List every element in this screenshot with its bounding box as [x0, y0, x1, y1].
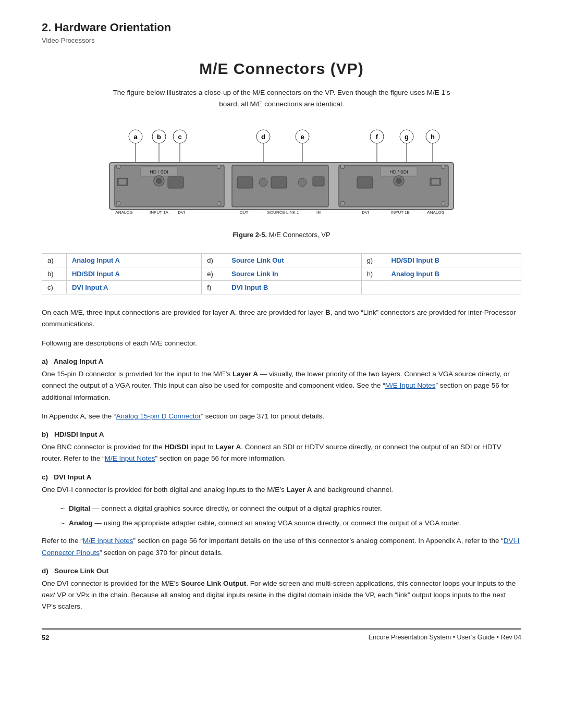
svg-text:DVI: DVI: [178, 210, 185, 215]
section-c-p2: Refer to the “M/E Input Notes” section o…: [42, 535, 521, 559]
svg-text:SOURCE LINK 1: SOURCE LINK 1: [267, 210, 299, 215]
svg-point-44: [298, 178, 307, 187]
footer-page-number: 52: [42, 634, 49, 641]
bullet-digital: Digital — connect a digital graphics sou…: [60, 503, 521, 514]
link-dvi-input-b[interactable]: DVI Input B: [231, 283, 268, 291]
svg-text:c: c: [178, 133, 181, 141]
svg-rect-56: [432, 179, 439, 184]
svg-text:OUT: OUT: [240, 210, 249, 215]
diagram-container: a b c d e f g: [42, 121, 521, 248]
section-a-header: a) Analog Input A: [42, 357, 521, 365]
svg-text:ANALOG: ANALOG: [115, 210, 132, 215]
svg-point-59: [441, 165, 445, 169]
page-main-title: M/E Connectors (VP): [42, 60, 521, 78]
body-paragraph-1: On each M/E, three input connections are…: [42, 307, 521, 330]
section-b-p1: One BNC connector is provided for the HD…: [42, 441, 521, 465]
section-c-p1: One DVI-I connector is provided for both…: [42, 484, 521, 496]
figure-caption: Figure 2-5. M/E Connectors, VP: [232, 231, 330, 239]
svg-point-42: [259, 178, 267, 187]
svg-point-60: [441, 201, 445, 205]
svg-point-36: [217, 201, 221, 205]
section-c-header: c) DVI Input A: [42, 473, 521, 481]
link-me-input-notes-3[interactable]: M/E Input Notes: [83, 537, 133, 545]
body-paragraph-2: Following are descriptions of each M/E c…: [42, 338, 521, 349]
svg-text:b: b: [157, 133, 161, 141]
connector-table: a) Analog Input A d) Source Link Out g) …: [42, 253, 521, 294]
svg-text:e: e: [300, 133, 304, 141]
intro-text: The figure below illustrates a close-up …: [104, 87, 459, 109]
svg-rect-32: [168, 177, 183, 188]
svg-text:a: a: [133, 133, 138, 141]
link-dvi-input-a[interactable]: DVI Input A: [72, 283, 108, 291]
svg-text:HD / SDI: HD / SDI: [150, 169, 168, 175]
section-a-p1: One 15-pin D connector is provided for t…: [42, 368, 521, 403]
section-a-p2: In Appendix A, see the “Analog 15-pin D …: [42, 411, 521, 422]
svg-rect-41: [237, 177, 253, 188]
bullet-analog: Analog — using the appropriate adapter c…: [60, 517, 521, 529]
svg-point-57: [340, 165, 345, 169]
link-source-link-out[interactable]: Source Link Out: [231, 256, 284, 264]
chapter-subtitle: Video Processors: [42, 36, 521, 44]
svg-point-35: [217, 165, 221, 169]
link-me-input-notes-1[interactable]: M/E Input Notes: [385, 381, 436, 389]
table-row: b) HD/SDI Input A e) Source Link In h) A…: [42, 267, 521, 281]
footer-brand: Encore Presentation System • User’s Guid…: [369, 634, 521, 641]
svg-text:h: h: [431, 133, 435, 141]
table-row: a) Analog Input A d) Source Link Out g) …: [42, 254, 521, 267]
svg-text:IN: IN: [316, 210, 321, 215]
svg-rect-31: [119, 179, 126, 184]
svg-text:DVI: DVI: [362, 210, 369, 215]
connector-diagram: a b c d e f g: [78, 121, 485, 227]
svg-text:HD / SDI: HD / SDI: [389, 169, 408, 175]
table-row: c) DVI Input A f) DVI Input B: [42, 281, 521, 294]
link-analog-input-b[interactable]: Analog Input B: [391, 270, 439, 278]
link-analog-15pin[interactable]: Analog 15-pin D Connector: [116, 412, 201, 420]
svg-rect-45: [313, 177, 324, 186]
link-analog-input-a[interactable]: Analog Input A: [72, 256, 120, 264]
chapter-title: 2. Hardware Orientation: [42, 21, 521, 34]
svg-text:INPUT 1A: INPUT 1A: [150, 210, 169, 215]
svg-point-33: [116, 165, 120, 169]
section-d-header: d) Source Link Out: [42, 567, 521, 575]
svg-text:INPUT 1B: INPUT 1B: [391, 210, 410, 215]
svg-text:g: g: [405, 133, 409, 141]
link-hdsdi-input-a[interactable]: HD/SDI Input A: [72, 270, 120, 278]
svg-text:d: d: [261, 133, 265, 141]
link-me-input-notes-2[interactable]: M/E Input Notes: [105, 454, 155, 462]
link-hdsi-input-b[interactable]: HD/SDI Input B: [391, 256, 439, 264]
section-d-p1: One DVI connector is provided for the M/…: [42, 578, 521, 613]
page-footer: 52 Encore Presentation System • User’s G…: [42, 628, 521, 641]
svg-text:ANALOG: ANALOG: [427, 210, 444, 215]
svg-point-58: [340, 201, 345, 205]
svg-rect-54: [357, 177, 373, 188]
svg-rect-43: [271, 177, 287, 188]
svg-point-29: [156, 178, 162, 184]
svg-text:f: f: [376, 133, 378, 141]
section-b-header: b) HD/SDI Input A: [42, 430, 521, 438]
section-c-bullet-list: Digital — connect a digital graphics sou…: [60, 503, 521, 529]
svg-point-34: [116, 201, 120, 205]
svg-point-53: [396, 178, 402, 184]
link-source-link-in[interactable]: Source Link In: [231, 270, 278, 278]
